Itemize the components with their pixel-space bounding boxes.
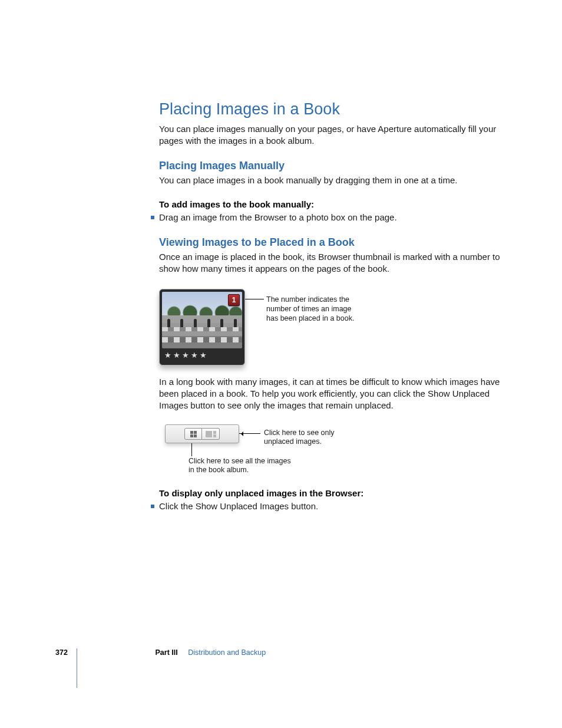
document-page: Placing Images in a Book You can place i… <box>0 0 562 728</box>
bullet-drag-image: Drag an image from the Browser to a phot… <box>159 212 521 223</box>
leader-line-down <box>191 443 192 456</box>
intro-paragraph: You can place images manually on your pa… <box>159 123 521 147</box>
section-heading-viewing: Viewing Images to be Placed in a Book <box>159 236 562 249</box>
browser-thumbnail: 1 ★★★★★ <box>159 289 245 365</box>
leader-line-right <box>239 433 260 434</box>
figure-thumbnail: 1 ★★★★★ The number indicates the number … <box>159 289 562 365</box>
section-heading-manual: Placing Images Manually <box>159 160 562 172</box>
section2-body1: Once an image is placed in the book, its… <box>159 251 521 275</box>
callout-badge-explain: The number indicates the number of times… <box>266 289 355 323</box>
bullet-click-unplaced: Click the Show Unplaced Images button. <box>159 500 521 512</box>
callout-all-images-button: Click here to see all the images in the … <box>189 457 295 475</box>
show-unplaced-images-button[interactable] <box>202 428 220 440</box>
rating-stars: ★★★★★ <box>162 348 242 363</box>
page-footer: 372 Part III Distribution and Backup <box>55 648 562 657</box>
task-heading-add: To add images to the book manually: <box>159 199 562 209</box>
page-number: 372 <box>55 648 153 657</box>
section2-body2: In a long book with many images, it can … <box>159 376 521 411</box>
placement-count-badge: 1 <box>228 294 240 306</box>
show-all-images-button[interactable] <box>184 428 202 440</box>
page-title: Placing Images in a Book <box>159 100 562 118</box>
figure-toolbar: Click here to see only unplaced images. … <box>165 424 412 475</box>
section-label: Distribution and Backup <box>188 648 266 657</box>
part-label: Part III <box>155 648 177 657</box>
callout-unplaced-button: Click here to see only unplaced images. <box>264 429 352 446</box>
section1-body: You can place images in a book manually … <box>159 174 521 186</box>
task-heading-unplaced: To display only unplaced images in the B… <box>159 488 562 498</box>
image-filter-toolbar <box>165 424 239 443</box>
thumbnail-image: 1 <box>162 292 242 348</box>
